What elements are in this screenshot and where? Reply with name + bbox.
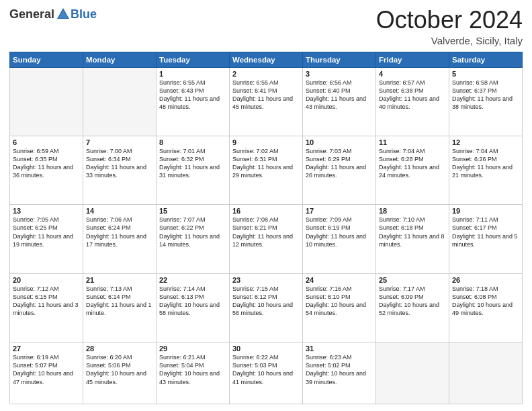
table-row: 18Sunrise: 7:10 AM Sunset: 6:18 PM Dayli… bbox=[376, 205, 449, 273]
day-number: 16 bbox=[232, 207, 300, 215]
day-info: Sunrise: 7:15 AM Sunset: 6:12 PM Dayligh… bbox=[232, 285, 300, 318]
logo-blue: Blue bbox=[71, 7, 97, 21]
day-info: Sunrise: 6:55 AM Sunset: 6:41 PM Dayligh… bbox=[232, 79, 300, 111]
day-number: 11 bbox=[379, 138, 446, 146]
weekday-header-row: Sunday Monday Tuesday Wednesday Thursday… bbox=[10, 52, 523, 67]
day-info: Sunrise: 7:04 AM Sunset: 6:26 PM Dayligh… bbox=[452, 147, 519, 180]
day-number: 25 bbox=[379, 276, 446, 284]
table-row: 23Sunrise: 7:15 AM Sunset: 6:12 PM Dayli… bbox=[230, 273, 303, 342]
logo-general: General bbox=[9, 7, 54, 21]
table-row: 10Sunrise: 7:03 AM Sunset: 6:29 PM Dayli… bbox=[303, 136, 376, 204]
calendar-week-row: 6Sunrise: 6:59 AM Sunset: 6:35 PM Daylig… bbox=[10, 136, 523, 204]
table-row: 21Sunrise: 7:13 AM Sunset: 6:14 PM Dayli… bbox=[83, 273, 157, 342]
day-info: Sunrise: 6:57 AM Sunset: 6:38 PM Dayligh… bbox=[379, 79, 446, 111]
day-number: 19 bbox=[452, 207, 519, 215]
table-row: 29Sunrise: 6:21 AM Sunset: 5:04 PM Dayli… bbox=[157, 342, 230, 404]
table-row: 20Sunrise: 7:12 AM Sunset: 6:15 PM Dayli… bbox=[10, 273, 83, 342]
col-sunday: Sunday bbox=[10, 52, 83, 67]
day-number: 31 bbox=[306, 345, 373, 353]
day-number: 9 bbox=[232, 138, 300, 146]
table-row: 27Sunrise: 6:19 AM Sunset: 5:07 PM Dayli… bbox=[10, 342, 83, 404]
day-info: Sunrise: 7:00 AM Sunset: 6:34 PM Dayligh… bbox=[86, 147, 153, 180]
day-number: 15 bbox=[159, 207, 226, 215]
day-number: 23 bbox=[232, 276, 300, 284]
day-number: 17 bbox=[306, 207, 373, 215]
table-row: 15Sunrise: 7:07 AM Sunset: 6:22 PM Dayli… bbox=[157, 205, 230, 273]
day-number: 6 bbox=[13, 138, 80, 146]
day-number: 26 bbox=[452, 276, 519, 284]
calendar-week-row: 1Sunrise: 6:55 AM Sunset: 6:43 PM Daylig… bbox=[10, 67, 523, 136]
day-info: Sunrise: 7:17 AM Sunset: 6:09 PM Dayligh… bbox=[379, 285, 446, 318]
day-info: Sunrise: 7:11 AM Sunset: 6:17 PM Dayligh… bbox=[452, 216, 519, 248]
title-block: October 2024 Valverde, Sicily, Italy bbox=[376, 7, 523, 46]
day-info: Sunrise: 6:19 AM Sunset: 5:07 PM Dayligh… bbox=[13, 353, 80, 386]
day-number: 2 bbox=[232, 70, 300, 78]
calendar-week-row: 20Sunrise: 7:12 AM Sunset: 6:15 PM Dayli… bbox=[10, 273, 523, 342]
day-info: Sunrise: 7:14 AM Sunset: 6:13 PM Dayligh… bbox=[159, 285, 226, 318]
table-row: 1Sunrise: 6:55 AM Sunset: 6:43 PM Daylig… bbox=[157, 67, 230, 136]
day-number: 8 bbox=[159, 138, 226, 146]
day-info: Sunrise: 6:58 AM Sunset: 6:37 PM Dayligh… bbox=[452, 79, 519, 111]
col-wednesday: Wednesday bbox=[230, 52, 303, 67]
day-info: Sunrise: 6:23 AM Sunset: 5:02 PM Dayligh… bbox=[306, 353, 373, 386]
day-info: Sunrise: 7:01 AM Sunset: 6:32 PM Dayligh… bbox=[159, 147, 226, 180]
col-friday: Friday bbox=[376, 52, 449, 67]
col-thursday: Thursday bbox=[303, 52, 376, 67]
day-number: 14 bbox=[86, 207, 153, 215]
day-number: 30 bbox=[232, 345, 300, 353]
day-info: Sunrise: 6:59 AM Sunset: 6:35 PM Dayligh… bbox=[13, 147, 80, 180]
day-number: 28 bbox=[86, 345, 153, 353]
day-number: 4 bbox=[379, 70, 446, 78]
day-number: 1 bbox=[159, 70, 226, 78]
calendar-week-row: 13Sunrise: 7:05 AM Sunset: 6:25 PM Dayli… bbox=[10, 205, 523, 273]
location: Valverde, Sicily, Italy bbox=[376, 35, 523, 46]
day-number: 12 bbox=[452, 138, 519, 146]
day-info: Sunrise: 7:04 AM Sunset: 6:28 PM Dayligh… bbox=[379, 147, 446, 180]
table-row: 26Sunrise: 7:18 AM Sunset: 6:08 PM Dayli… bbox=[449, 273, 523, 342]
table-row: 9Sunrise: 7:02 AM Sunset: 6:31 PM Daylig… bbox=[230, 136, 303, 204]
table-row: 19Sunrise: 7:11 AM Sunset: 6:17 PM Dayli… bbox=[449, 205, 523, 273]
day-info: Sunrise: 7:03 AM Sunset: 6:29 PM Dayligh… bbox=[306, 147, 373, 180]
table-row: 31Sunrise: 6:23 AM Sunset: 5:02 PM Dayli… bbox=[303, 342, 376, 404]
day-info: Sunrise: 6:20 AM Sunset: 5:06 PM Dayligh… bbox=[86, 353, 153, 386]
day-info: Sunrise: 7:05 AM Sunset: 6:25 PM Dayligh… bbox=[13, 216, 80, 248]
day-number: 13 bbox=[13, 207, 80, 215]
table-row: 30Sunrise: 6:22 AM Sunset: 5:03 PM Dayli… bbox=[230, 342, 303, 404]
calendar-table: Sunday Monday Tuesday Wednesday Thursday… bbox=[9, 52, 523, 404]
day-info: Sunrise: 7:18 AM Sunset: 6:08 PM Dayligh… bbox=[452, 285, 519, 318]
day-info: Sunrise: 7:09 AM Sunset: 6:19 PM Dayligh… bbox=[306, 216, 373, 248]
day-number: 24 bbox=[306, 276, 373, 284]
day-number: 21 bbox=[86, 276, 153, 284]
day-info: Sunrise: 6:21 AM Sunset: 5:04 PM Dayligh… bbox=[159, 353, 226, 386]
day-number: 29 bbox=[159, 345, 226, 353]
day-number: 3 bbox=[306, 70, 373, 78]
logo: General Blue bbox=[9, 7, 97, 21]
table-row: 3Sunrise: 6:56 AM Sunset: 6:40 PM Daylig… bbox=[303, 67, 376, 136]
col-saturday: Saturday bbox=[449, 52, 523, 67]
day-number: 22 bbox=[159, 276, 226, 284]
day-number: 20 bbox=[13, 276, 80, 284]
table-row bbox=[449, 342, 523, 404]
table-row: 22Sunrise: 7:14 AM Sunset: 6:13 PM Dayli… bbox=[157, 273, 230, 342]
table-row: 12Sunrise: 7:04 AM Sunset: 6:26 PM Dayli… bbox=[449, 136, 523, 204]
day-info: Sunrise: 6:55 AM Sunset: 6:43 PM Dayligh… bbox=[159, 79, 226, 111]
table-row: 4Sunrise: 6:57 AM Sunset: 6:38 PM Daylig… bbox=[376, 67, 449, 136]
table-row: 14Sunrise: 7:06 AM Sunset: 6:24 PM Dayli… bbox=[83, 205, 157, 273]
table-row bbox=[83, 67, 157, 136]
table-row: 11Sunrise: 7:04 AM Sunset: 6:28 PM Dayli… bbox=[376, 136, 449, 204]
header: General Blue October 2024 Valverde, Sici… bbox=[9, 7, 523, 46]
page: General Blue October 2024 Valverde, Sici… bbox=[0, 0, 532, 411]
table-row bbox=[10, 67, 83, 136]
day-info: Sunrise: 6:56 AM Sunset: 6:40 PM Dayligh… bbox=[306, 79, 373, 111]
calendar-week-row: 27Sunrise: 6:19 AM Sunset: 5:07 PM Dayli… bbox=[10, 342, 523, 404]
day-info: Sunrise: 7:16 AM Sunset: 6:10 PM Dayligh… bbox=[306, 285, 373, 318]
table-row: 6Sunrise: 6:59 AM Sunset: 6:35 PM Daylig… bbox=[10, 136, 83, 204]
day-info: Sunrise: 7:13 AM Sunset: 6:14 PM Dayligh… bbox=[86, 285, 153, 318]
table-row: 8Sunrise: 7:01 AM Sunset: 6:32 PM Daylig… bbox=[157, 136, 230, 204]
day-number: 27 bbox=[13, 345, 80, 353]
table-row: 24Sunrise: 7:16 AM Sunset: 6:10 PM Dayli… bbox=[303, 273, 376, 342]
col-monday: Monday bbox=[83, 52, 157, 67]
day-number: 10 bbox=[306, 138, 373, 146]
table-row: 25Sunrise: 7:17 AM Sunset: 6:09 PM Dayli… bbox=[376, 273, 449, 342]
day-number: 5 bbox=[452, 70, 519, 78]
